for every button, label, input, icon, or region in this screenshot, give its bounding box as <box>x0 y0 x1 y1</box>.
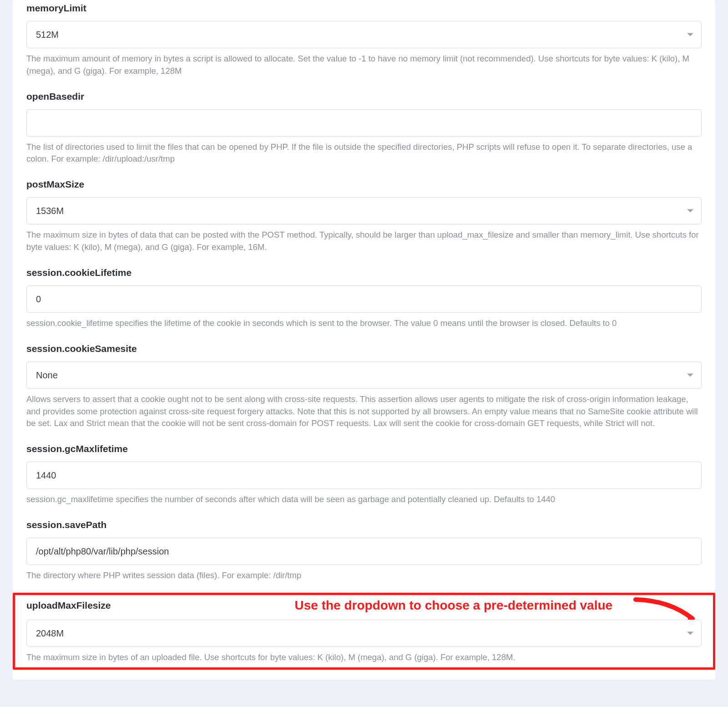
help-post-max-size: The maximum size in bytes of data that c… <box>26 229 702 254</box>
field-session-cookie-lifetime: session.cookieLifetime session.cookie_li… <box>26 264 702 330</box>
help-session-cookie-samesite: Allows servers to assert that a cookie o… <box>26 393 702 430</box>
field-memory-limit: memoryLimit 512M The maximum amount of m… <box>26 0 702 77</box>
label-session-save-path: session.savePath <box>26 519 702 530</box>
field-session-gc-maxlifetime: session.gcMaxlifetime session.gc_maxlife… <box>26 441 702 506</box>
select-session-cookie-samesite[interactable]: None <box>26 361 702 389</box>
help-memory-limit: The maximum amount of memory in bytes a … <box>26 53 702 77</box>
highlight-box: uploadMaxFilesize Use the dropdown to ch… <box>13 593 715 670</box>
label-upload-max-filesize: uploadMaxFilesize <box>26 600 111 611</box>
input-session-gc-maxlifetime[interactable] <box>26 462 702 489</box>
settings-panel: memoryLimit 512M The maximum amount of m… <box>13 0 715 680</box>
help-upload-max-filesize: The maximum size in bytes of an uploaded… <box>26 651 702 664</box>
select-value-session-cookie-samesite: None <box>26 361 702 389</box>
field-upload-max-filesize: uploadMaxFilesize Use the dropdown to ch… <box>26 596 702 664</box>
help-session-cookie-lifetime: session.cookie_lifetime specifies the li… <box>26 317 702 330</box>
select-memory-limit[interactable]: 512M <box>26 21 702 48</box>
select-upload-max-filesize[interactable]: 2048M <box>26 620 702 647</box>
select-value-memory-limit: 512M <box>26 21 702 48</box>
annotation-row: uploadMaxFilesize Use the dropdown to ch… <box>26 599 702 612</box>
field-post-max-size: postMaxSize 1536M The maximum size in by… <box>26 176 702 254</box>
label-memory-limit: memoryLimit <box>26 3 702 14</box>
field-open-basedir: openBasedir The list of directories used… <box>26 88 702 166</box>
label-session-gc-maxlifetime: session.gcMaxlifetime <box>26 443 702 454</box>
annotation-text: Use the dropdown to choose a pre-determi… <box>295 598 613 613</box>
label-session-cookie-lifetime: session.cookieLifetime <box>26 267 702 278</box>
help-session-gc-maxlifetime: session.gc_maxlifetime specifies the num… <box>26 493 702 506</box>
field-session-cookie-samesite: session.cookieSamesite None Allows serve… <box>26 341 702 430</box>
input-session-cookie-lifetime[interactable] <box>26 285 702 313</box>
help-session-save-path: The directory where PHP writes session d… <box>26 570 702 582</box>
help-open-basedir: The list of directories used to limit th… <box>26 141 702 166</box>
label-post-max-size: postMaxSize <box>26 179 702 190</box>
select-post-max-size[interactable]: 1536M <box>26 197 702 224</box>
input-open-basedir[interactable] <box>26 109 702 137</box>
label-open-basedir: openBasedir <box>26 91 702 102</box>
select-value-upload-max-filesize: 2048M <box>26 620 702 647</box>
field-session-save-path: session.savePath The directory where PHP… <box>26 517 702 582</box>
select-value-post-max-size: 1536M <box>26 197 702 224</box>
label-session-cookie-samesite: session.cookieSamesite <box>26 343 702 354</box>
input-session-save-path[interactable] <box>26 538 702 565</box>
